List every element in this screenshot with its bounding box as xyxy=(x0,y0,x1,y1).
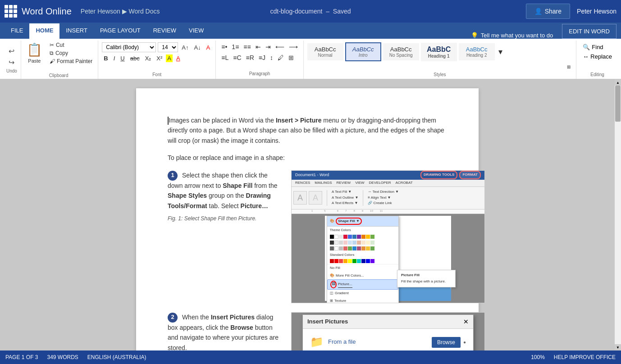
more-colors-item: 🎨 More Fill Colors... xyxy=(327,272,398,280)
styles-group: AaBbCc Normal AaBbCc Intro AaBbCc No Spa… xyxy=(304,41,577,79)
font-size-select[interactable]: 14 xyxy=(158,42,178,52)
shading-button[interactable]: 🖊 xyxy=(276,53,286,62)
numbering-button[interactable]: 1≡ xyxy=(230,42,241,51)
paste-icon: 📋 xyxy=(27,42,42,57)
titlebar: Word Online Peter Hewson ▶ Word Docs cdt… xyxy=(0,0,621,23)
theme-colors-label: Theme Colors xyxy=(327,227,398,233)
justify-button[interactable]: ≡J xyxy=(257,53,267,62)
edit-in-word-button[interactable]: EDIT IN WORD xyxy=(562,24,616,39)
align-left-button[interactable]: ≡L xyxy=(219,53,230,62)
color-vlightblue xyxy=(352,241,356,245)
std-violet xyxy=(370,259,374,263)
undo-label: Undo xyxy=(6,68,17,73)
cut-button[interactable]: ✂ Cut xyxy=(48,41,94,49)
step-intro-text: To place or replace and image in a shape… xyxy=(168,153,447,163)
font-color-button[interactable]: A xyxy=(205,43,212,52)
page-count: PAGE 1 OF 3 xyxy=(5,354,38,360)
text-highlight-button[interactable]: A xyxy=(166,55,173,62)
mini-tab-view: VIEW xyxy=(353,180,366,187)
no-fill-item: No Fill xyxy=(327,264,398,272)
tab-review[interactable]: REVIEW xyxy=(147,23,183,39)
style-normal-button[interactable]: AaBbCc Normal xyxy=(307,43,343,60)
font-color-text-button[interactable]: A xyxy=(174,54,182,63)
step1-paragraph: 1 Select the shape then click the down a… xyxy=(168,170,280,211)
align-center-button[interactable]: ≡C xyxy=(231,53,243,62)
color-orange xyxy=(361,235,365,239)
step1-text: 1 Select the shape then click the down a… xyxy=(168,170,280,303)
font-grow-button[interactable]: A↑ xyxy=(180,43,190,52)
tooltip-title: Picture Fill xyxy=(401,273,452,278)
step-intro-paragraph: To place or replace and image in a shape… xyxy=(168,153,447,163)
superscript-button[interactable]: X² xyxy=(155,54,164,63)
share-button[interactable]: 👤 Share xyxy=(526,4,570,19)
paragraph-row1: ≡• 1≡ ≡≡ ⇤ ⇥ ⟵ ⟶ xyxy=(219,42,299,51)
step1-caption: Fig. 1: Select Shape Fill then Picture. xyxy=(168,214,280,223)
std-blue xyxy=(366,259,370,263)
tab-home[interactable]: HOME xyxy=(29,23,59,39)
scroll-down-button[interactable]: ▼ xyxy=(615,344,621,350)
font-row2: B I U abc X₂ X² A A xyxy=(102,54,212,63)
tab-insert[interactable]: INSERT xyxy=(59,23,93,39)
tab-page-layout[interactable]: PAGE LAYOUT xyxy=(94,23,147,39)
mini-a-icon: A xyxy=(293,191,307,205)
format-painter-button[interactable]: 🖌 Format Painter xyxy=(48,57,94,65)
document-scroll[interactable]: Images can be placed in Word via the Ins… xyxy=(0,79,615,350)
tab-view[interactable]: VIEW xyxy=(183,23,210,39)
line-spacing-button[interactable]: ↕ xyxy=(268,53,275,62)
bullets-button[interactable]: ≡• xyxy=(219,42,229,51)
cut-icon: ✂ xyxy=(50,42,54,48)
styles-more-button[interactable]: ▾ xyxy=(497,47,504,57)
replace-icon: ↔ xyxy=(583,53,589,60)
strikethrough-button[interactable]: abc xyxy=(128,54,142,63)
align-right-button[interactable]: ≡R xyxy=(244,53,256,62)
browse-button[interactable]: Browse xyxy=(432,337,461,348)
document-page[interactable]: Images can be placed in Word via the Ins… xyxy=(136,88,479,350)
multilevel-button[interactable]: ≡≡ xyxy=(242,42,252,51)
style-intro-button[interactable]: AaBbCc Intro xyxy=(345,42,381,61)
dialog-titlebar: Insert Pictures ✕ xyxy=(303,315,473,329)
italic-button[interactable]: I xyxy=(112,54,117,63)
insert-pictures-dialog: Insert Pictures ✕ 📁 From a file Browse xyxy=(302,314,474,350)
shape-fill-label: Shape Fill ▼ xyxy=(336,218,362,225)
format-painter-icon: 🖌 xyxy=(50,58,55,64)
mini-page-content: 🎨 Shape Fill ▼ Theme Colors xyxy=(325,216,451,301)
share-icon: 👤 xyxy=(534,8,542,15)
tab-file[interactable]: FILE xyxy=(5,23,29,39)
color-white2 xyxy=(334,246,338,250)
font-shrink-button[interactable]: A↓ xyxy=(192,43,202,52)
increase-indent-button[interactable]: ⇥ xyxy=(264,42,273,51)
style-nospace-button[interactable]: AaBbCc No Spacing xyxy=(383,43,419,60)
decrease-indent-button[interactable]: ⇤ xyxy=(254,42,263,51)
undo-button[interactable]: ↩ xyxy=(7,46,16,56)
style-h1-button[interactable]: AaBbC Heading 1 xyxy=(421,43,457,61)
replace-button[interactable]: ↔ Replace xyxy=(580,52,615,61)
styles-dialog-button[interactable]: ⊞ xyxy=(565,64,572,70)
scroll-up-button[interactable]: ▲ xyxy=(615,79,621,86)
scroll-track[interactable] xyxy=(615,86,621,344)
clipboard-buttons: ✂ Cut ⧉ Copy 🖌 Format Painter xyxy=(48,41,94,65)
redo-button[interactable]: ↪ xyxy=(7,57,16,68)
rtl-button[interactable]: ⟶ xyxy=(287,42,300,51)
shape-fill-icon: 🎨 xyxy=(330,218,334,224)
bold-button[interactable]: B xyxy=(102,54,110,63)
dialog-close-button[interactable]: ✕ xyxy=(463,318,469,325)
picture-fill-tooltip: Picture Fill Fill the shape with a pictu… xyxy=(397,270,456,288)
underline-button[interactable]: U xyxy=(119,54,126,63)
font-family-select[interactable]: Calibri (Body) xyxy=(102,42,156,52)
find-button[interactable]: 🔍 Find xyxy=(580,42,615,52)
ltr-button[interactable]: ⟵ xyxy=(274,42,286,51)
paste-button[interactable]: 📋 Paste xyxy=(23,41,46,65)
font-group: Calibri (Body) 14 A↑ A↓ A B I U abc X₂ X… xyxy=(98,41,216,79)
step1-screenshot: Document1 - Word DRAWING TOOLS FORMAT RE… xyxy=(291,170,485,303)
waffle-icon[interactable] xyxy=(5,5,17,18)
texture-icon: ⊞ xyxy=(330,298,333,303)
borders-button[interactable]: ⊞ xyxy=(287,53,296,62)
style-h2-button[interactable]: AaBbCc Heading 2 xyxy=(459,43,495,60)
copy-button[interactable]: ⧉ Copy xyxy=(48,49,94,57)
scroll-thumb[interactable] xyxy=(615,86,621,122)
mini-text-fill: A Text Fill ▼ A Text Outline ▼ A Text Ef… xyxy=(332,189,358,206)
subscript-button[interactable]: X₂ xyxy=(143,54,153,63)
right-scrollbar[interactable]: ▲ ▼ xyxy=(615,79,621,350)
tell-me[interactable]: 💡 Tell me what you want to do xyxy=(466,32,557,39)
intro-text: Images can be placed in Word via the Ins… xyxy=(168,115,447,146)
